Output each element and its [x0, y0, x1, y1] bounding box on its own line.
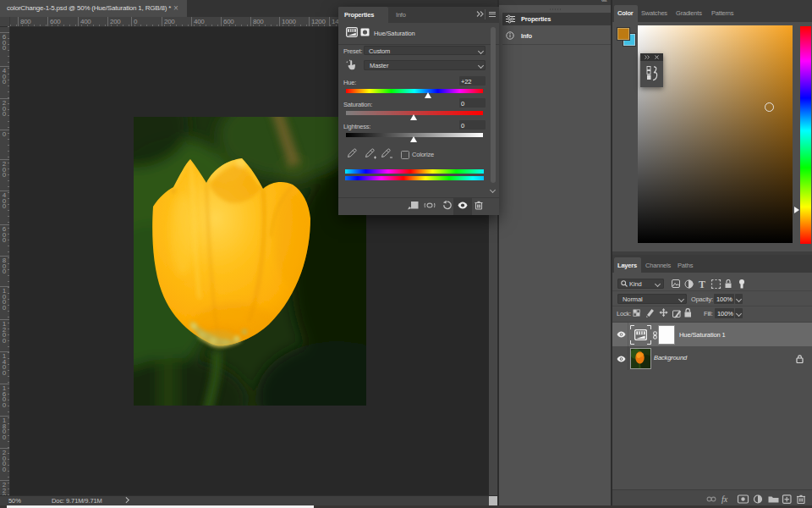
svg-text:T: T — [699, 279, 705, 289]
svg-text:fx: fx — [721, 494, 728, 504]
